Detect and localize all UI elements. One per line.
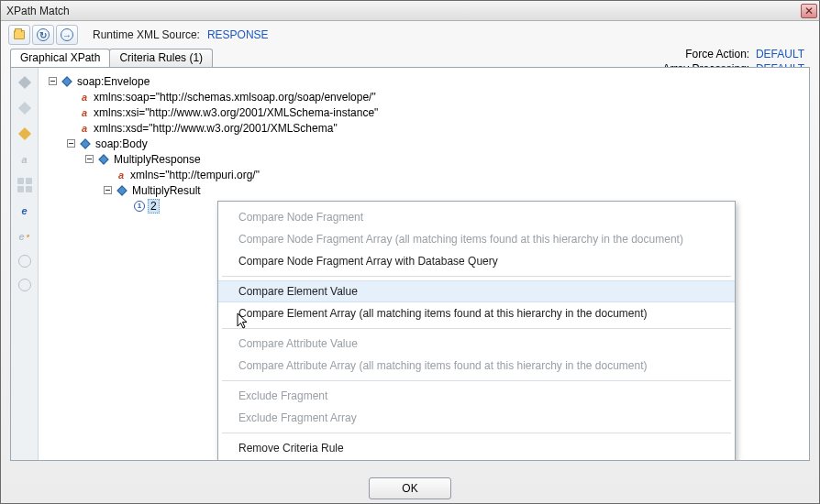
tree-attr[interactable]: axmlns="http://tempuri.org/" [48, 167, 800, 182]
runtime-source-label: Runtime XML Source: [93, 28, 200, 41]
tree-node-multiplyresponse[interactable]: MultiplyResponse [48, 151, 800, 167]
arrow-right-icon: → [61, 28, 73, 41]
sidebar-disabled-icon-2[interactable] [18, 279, 31, 291]
tab-bar: Graphical XPath Criteria Rules (1) [10, 49, 819, 67]
sidebar-e-icon[interactable]: e [17, 203, 32, 218]
collapse-icon[interactable] [66, 138, 76, 148]
menu-compare-element-value[interactable]: Compare Element Value [218, 280, 735, 302]
menu-compare-node-fragment-array[interactable]: Compare Node Fragment Array (all matchin… [218, 228, 735, 250]
titlebar: XPath Match ✕ [1, 1, 819, 21]
attribute-icon: a [79, 123, 90, 134]
menu-separator [222, 433, 731, 433]
menu-compare-node-fragment[interactable]: Compare Node Fragment [218, 206, 735, 228]
sidebar-e2-icon[interactable]: e⚬ [17, 229, 32, 244]
folder-icon [14, 30, 25, 39]
close-button[interactable]: ✕ [801, 4, 817, 18]
element-icon [79, 138, 92, 149]
tab-criteria-rules[interactable]: Criteria Rules (1) [109, 49, 213, 67]
window-title: XPath Match [3, 5, 70, 17]
refresh-button[interactable]: ↻ [32, 25, 54, 45]
tree-attr[interactable]: axmlns:xsd="http://www.w3.org/2001/XMLSc… [48, 120, 800, 136]
value-marker-icon: 1 [134, 201, 145, 212]
dialog-footer: OK [1, 470, 819, 504]
collapse-icon[interactable] [103, 185, 113, 195]
context-menu: Compare Node Fragment Compare Node Fragm… [217, 201, 736, 460]
element-icon [116, 185, 128, 196]
element-icon [61, 76, 73, 87]
runtime-source-value[interactable]: RESPONSE [207, 28, 269, 41]
tree-attr[interactable]: axmlns:soap="http://schemas.xmlsoap.org/… [48, 89, 800, 104]
open-folder-button[interactable] [8, 25, 30, 45]
toolbar: ↻ → Runtime XML Source: RESPONSE [1, 21, 819, 47]
menu-remove-criteria-rule[interactable]: Remove Criteria Rule [218, 437, 735, 459]
menu-separator [222, 328, 731, 329]
refresh-icon: ↻ [37, 28, 50, 41]
sidebar-attr-icon[interactable]: a [17, 152, 32, 167]
sidebar-element-icon-2[interactable] [17, 101, 32, 115]
tab-graphical-xpath[interactable]: Graphical XPath [10, 49, 110, 67]
side-toolbar: a e e⚬ [11, 68, 39, 460]
sidebar-element-icon[interactable] [17, 75, 32, 90]
selected-value: 2 [148, 199, 160, 214]
ok-button[interactable]: OK [369, 477, 451, 499]
menu-compare-attribute-array[interactable]: Compare Attribute Array (all matching it… [218, 355, 735, 377]
menu-separator [222, 276, 731, 277]
sidebar-element-icon-3[interactable] [17, 126, 32, 141]
attribute-icon: a [79, 107, 90, 118]
menu-separator [222, 380, 731, 381]
collapse-icon[interactable] [48, 76, 58, 86]
tree-node-multiplyresult[interactable]: MultiplyResult [48, 182, 800, 198]
tree-node-body[interactable]: soap:Body [48, 136, 800, 151]
menu-compare-element-array[interactable]: Compare Element Array (all matching item… [218, 302, 735, 324]
sidebar-disabled-icon[interactable] [18, 255, 31, 268]
attribute-icon: a [116, 170, 127, 181]
menu-compare-attribute-value[interactable]: Compare Attribute Value [218, 333, 735, 355]
xpath-match-dialog: XPath Match ✕ ↻ → Runtime XML Source: RE… [0, 0, 820, 504]
collapse-icon[interactable] [84, 154, 94, 164]
close-icon: ✕ [804, 5, 814, 17]
element-icon [97, 154, 110, 165]
tree-attr[interactable]: axmlns:xsi="http://www.w3.org/2001/XMLSc… [48, 104, 800, 120]
attribute-icon: a [79, 92, 90, 103]
menu-compare-node-fragment-array-db[interactable]: Compare Node Fragment Array with Databas… [218, 250, 735, 272]
forward-button[interactable]: → [56, 25, 78, 45]
xml-tree[interactable]: soap:Envelope axmlns:soap="http://schema… [39, 68, 809, 460]
sidebar-multi-icon[interactable] [17, 178, 32, 192]
menu-exclude-fragment[interactable]: Exclude Fragment [218, 385, 735, 407]
menu-exclude-fragment-array[interactable]: Exclude Fragment Array [218, 407, 735, 429]
tree-node-envelope[interactable]: soap:Envelope [48, 73, 800, 89]
content-panel: a e e⚬ soap:Envelope axmlns:soap="http:/… [10, 67, 810, 461]
